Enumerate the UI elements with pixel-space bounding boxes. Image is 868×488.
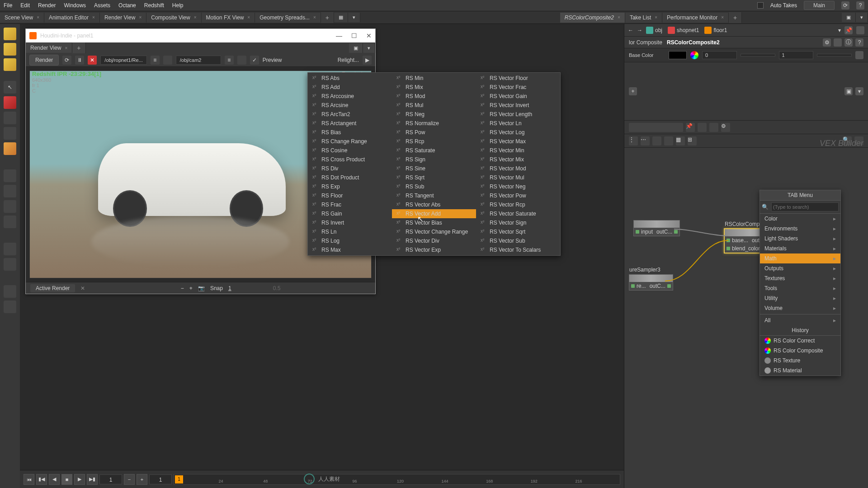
gear-icon[interactable]: ⚙ [823, 38, 831, 47]
cm-item-2-18[interactable]: x²RS Vector Sub [476, 236, 560, 245]
tab-1[interactable]: Animation Editor× [44, 13, 100, 23]
tool-15[interactable] [4, 300, 16, 313]
nt-pin-icon[interactable]: 📌 [686, 123, 695, 132]
cm-item-1-15[interactable]: x²RS Vector Add [392, 209, 476, 218]
timeline-start-frame[interactable]: 1 [99, 474, 122, 484]
bc-menu-icon[interactable]: ▾ [838, 27, 841, 33]
cm-item-0-13[interactable]: x²RS Floor [308, 191, 392, 200]
cm-item-2-14[interactable]: x²RS Vector Rcp [476, 200, 560, 209]
tool-3[interactable] [4, 58, 16, 71]
tab-3[interactable]: Composite View× [146, 13, 201, 23]
cm-item-1-9[interactable]: x²RS Sign [392, 155, 476, 164]
tabmenu-cat-7[interactable]: Tools▸ [760, 283, 840, 293]
snapshot-icon[interactable]: 📷 [198, 285, 205, 291]
tabmenu-hist-2[interactable]: RS Texture [760, 356, 840, 366]
cm-item-2-10[interactable]: x²RS Vector Mod [476, 164, 560, 173]
check-icon[interactable]: ✓ [250, 56, 259, 65]
cm-item-0-9[interactable]: x²RS Cross Product [308, 155, 392, 164]
picker1-icon[interactable] [163, 56, 172, 65]
timeline-marker[interactable]: 1 [175, 475, 183, 483]
menu-help[interactable]: Help [172, 2, 184, 9]
tool-6[interactable] [4, 127, 16, 140]
base-color-b[interactable]: 1 [779, 51, 814, 59]
help2-icon[interactable]: ? [855, 38, 863, 47]
breadcrumb-2[interactable]: floor1 [704, 27, 727, 34]
timeline-prev-key-icon[interactable]: ▮◀ [36, 474, 47, 485]
cm-item-2-3[interactable]: x²RS Vector Invert [476, 101, 560, 110]
pause-icon[interactable]: ⏸ [75, 56, 84, 65]
cam-menu-icon[interactable]: ≡ [225, 56, 234, 65]
cm-item-2-8[interactable]: x²RS Vector Min [476, 146, 560, 155]
cm-item-1-13[interactable]: x²RS Tangent [392, 191, 476, 200]
nt-1[interactable] [698, 123, 707, 132]
tabmenu-cat-5[interactable]: Outputs▸ [760, 263, 840, 273]
cm-item-0-15[interactable]: x²RS Gain [308, 209, 392, 218]
cm-item-1-1[interactable]: x²RS Mix [392, 83, 476, 92]
cm-item-1-10[interactable]: x²RS Sine [392, 164, 476, 173]
tool-11[interactable] [4, 216, 16, 228]
cm-item-0-4[interactable]: x²RS ArcTan2 [308, 110, 392, 119]
link-icon[interactable] [856, 26, 864, 34]
cm-item-0-14[interactable]: x²RS Frac [308, 200, 392, 209]
tool-red[interactable] [4, 96, 16, 109]
timeline-current-frame[interactable]: 1 [149, 474, 172, 484]
tab-4[interactable]: Motion FX View× [202, 13, 255, 23]
cm-item-1-16[interactable]: x²RS Vector Bias [392, 218, 476, 227]
close-icon[interactable]: ✕ [366, 32, 372, 39]
cm-item-0-16[interactable]: x²RS Invert [308, 218, 392, 227]
cm-item-0-5[interactable]: x²RS Arctangent [308, 119, 392, 128]
cm-item-1-17[interactable]: x²RS Vector Change Range [392, 227, 476, 236]
minimize-icon[interactable]: — [336, 32, 342, 39]
cm-item-2-17[interactable]: x²RS Vector Sqrt [476, 227, 560, 236]
tab-0[interactable]: Scene View× [0, 13, 44, 23]
tool-13[interactable] [4, 258, 16, 271]
base-color-swatch[interactable] [669, 51, 687, 59]
nt-i6[interactable]: ⊞ [688, 136, 697, 145]
cm-item-1-14[interactable]: x²RS Vector Abs [392, 200, 476, 209]
cm-item-2-5[interactable]: x²RS Vector Ln [476, 119, 560, 128]
nt-2[interactable] [709, 123, 718, 132]
auto-takes-checkbox[interactable] [757, 2, 764, 9]
play-small-icon[interactable]: ▶ [363, 56, 372, 65]
renderview-addtab[interactable]: + [72, 42, 85, 53]
menu-windows[interactable]: Windows [64, 2, 86, 9]
cm-item-0-2[interactable]: x²RS Arccosine [308, 92, 392, 101]
fwd-icon[interactable]: → [637, 27, 642, 33]
tabmenu-hist-0[interactable]: RS Color Correct [760, 336, 840, 346]
cm-item-0-18[interactable]: x²RS Log [308, 236, 392, 245]
tab-2[interactable]: Render View× [100, 13, 146, 23]
cm-item-2-11[interactable]: x²RS Vector Mul [476, 173, 560, 182]
tool-10[interactable] [4, 200, 16, 213]
cm-item-1-5[interactable]: x²RS Normalize [392, 119, 476, 128]
cm-item-1-8[interactable]: x²RS Saturate [392, 146, 476, 155]
take-dropdown[interactable]: Main [804, 1, 835, 10]
cm-item-2-7[interactable]: x²RS Vector Max [476, 137, 560, 146]
nt-gear-icon[interactable]: ⚙ [721, 123, 730, 132]
rop-path[interactable]: /obj/ropnet1/Re... [100, 56, 146, 65]
timeline-stop-icon[interactable]: ■ [61, 474, 72, 485]
base-color-g[interactable] [741, 54, 775, 56]
tabmenu-cat-4[interactable]: Math▸ [760, 253, 840, 263]
render-button[interactable]: Render [29, 55, 59, 66]
camera-path[interactable]: /obj/cam2 [176, 56, 221, 65]
renderview-tab[interactable]: Render View× [26, 43, 72, 53]
cm-item-0-17[interactable]: x²RS Ln [308, 227, 392, 236]
menu-file[interactable]: File [4, 2, 12, 9]
cm-item-1-12[interactable]: x²RS Sub [392, 182, 476, 191]
cm-item-2-9[interactable]: x²RS Vector Mix [476, 155, 560, 164]
tabmenu-cat-3[interactable]: Materials▸ [760, 244, 840, 253]
cm-item-0-3[interactable]: x²RS Arcsine [308, 101, 392, 110]
base-color-a[interactable] [817, 54, 852, 56]
tool-9[interactable] [4, 185, 16, 197]
tab-r-0[interactable]: RSColorComposite2× [560, 13, 625, 23]
update-icon[interactable]: ⟳ [841, 1, 849, 9]
menu-edit[interactable]: Edit [20, 2, 30, 9]
tabmenu-all[interactable]: All▸ [760, 315, 840, 325]
base-color-r[interactable]: 0 [702, 51, 737, 59]
panel-menu2-icon[interactable]: ▾ [855, 87, 863, 95]
tool-7[interactable] [4, 142, 16, 155]
cm-item-0-7[interactable]: x²RS Change Range [308, 137, 392, 146]
zoom-out-icon[interactable]: − [181, 285, 184, 291]
cm-item-2-1[interactable]: x²RS Vector Frac [476, 83, 560, 92]
nt-i4[interactable] [664, 136, 673, 145]
